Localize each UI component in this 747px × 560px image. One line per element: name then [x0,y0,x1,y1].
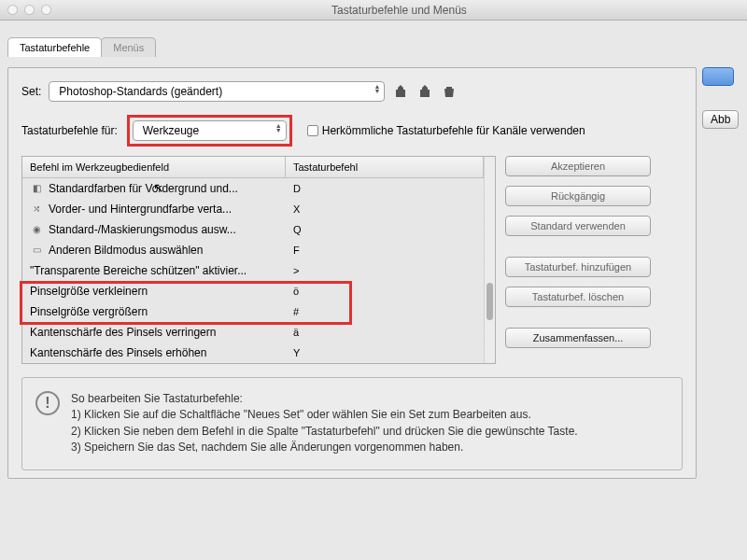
chevron-updown-icon: ▲▼ [275,123,282,133]
table-row[interactable]: Kantenschärfe des Pinsels verringernä [22,322,484,343]
undo-button[interactable]: Rückgängig [505,186,651,206]
accept-button[interactable]: Akzeptieren [505,156,651,176]
shortcuts-table: Befehl im Werkzeugbedienfeld Tastaturbef… [21,156,496,364]
tab-bar: Tastaturbefehle Menüs [7,37,697,57]
title-bar: Tastaturbefehle und Menüs [0,0,747,21]
zoom-icon[interactable] [41,5,51,15]
table-scrollbar[interactable] [484,157,495,363]
delete-set-icon[interactable] [441,83,458,100]
save-set-icon[interactable] [392,83,409,100]
tab-menus[interactable]: Menüs [101,37,156,57]
summarize-button[interactable]: Zusammenfassen... [505,328,651,348]
table-row[interactable]: ▭Anderen Bildmodus auswählenF [22,240,484,260]
table-row[interactable]: ◧Standardfarben für Vordergrund und...D [22,178,484,199]
legacy-checkbox-label: Herkömmliche Tastaturbefehle für Kanäle … [322,124,585,137]
set-select[interactable]: Photoshop-Standards (geändert) ▲▼ [49,81,385,102]
screen-icon: ▭ [30,245,43,256]
add-shortcut-button[interactable]: Tastaturbef. hinzufügen [505,257,651,277]
legacy-checkbox-row[interactable]: Herkömmliche Tastaturbefehle für Kanäle … [307,124,585,137]
help-box: ! So bearbeiten Sie Tastaturbefehle: 1) … [21,377,683,470]
table-row[interactable]: Kantenschärfe des Pinsels erhöhenY [22,343,484,363]
legacy-checkbox[interactable] [307,125,318,136]
tab-shortcuts[interactable]: Tastaturbefehle [7,37,102,57]
mask-icon: ◉ [30,224,43,235]
shortcuts-for-value: Werkzeuge [143,124,199,137]
delete-shortcut-button[interactable]: Tastaturbef. löschen [505,287,651,307]
help-text: So bearbeiten Sie Tastaturbefehle: 1) Kl… [71,391,578,456]
set-label: Set: [21,85,41,98]
minimize-icon[interactable] [24,5,35,15]
table-row[interactable]: ⤭Vorder- und Hintergrundfarbe verta...X [22,199,484,219]
main-panel: Set: Photoshop-Standards (geändert) ▲▼ T… [7,67,697,479]
swap-icon: ⤭ [30,203,43,215]
new-set-icon[interactable] [416,83,433,100]
col-shortcut[interactable]: Tastaturbefehl [286,157,484,177]
table-row[interactable]: Pinselgröße verkleinernö [22,281,484,301]
set-value: Photoshop-Standards (geändert) [59,85,222,98]
table-row[interactable]: Pinselgröße vergrößern↖# [22,301,484,322]
use-default-button[interactable]: Standard verwenden [505,216,651,236]
table-row[interactable]: "Transparente Bereiche schützen" aktivie… [22,260,484,281]
window-title: Tastaturbefehle und Menüs [51,4,747,17]
shortcuts-for-select[interactable]: Werkzeuge ▲▼ [133,120,287,141]
swatch-icon: ◧ [30,183,43,194]
info-icon: ! [35,391,60,415]
scroll-thumb[interactable] [486,283,493,320]
ok-button[interactable] [702,67,734,86]
chevron-updown-icon: ▲▼ [374,84,380,93]
close-icon[interactable] [7,5,18,15]
shortcuts-for-label: Tastaturbefehle für: [21,124,118,137]
table-body: ◧Standardfarben für Vordergrund und...D … [22,178,484,363]
highlight-shortcuts-for: Werkzeuge ▲▼ [127,115,292,147]
table-row[interactable]: ◉Standard-/Maskierungsmodus ausw...Q [22,219,484,240]
col-command[interactable]: Befehl im Werkzeugbedienfeld [22,157,286,177]
window-controls [7,5,51,15]
cancel-button[interactable]: Abb [702,110,739,129]
